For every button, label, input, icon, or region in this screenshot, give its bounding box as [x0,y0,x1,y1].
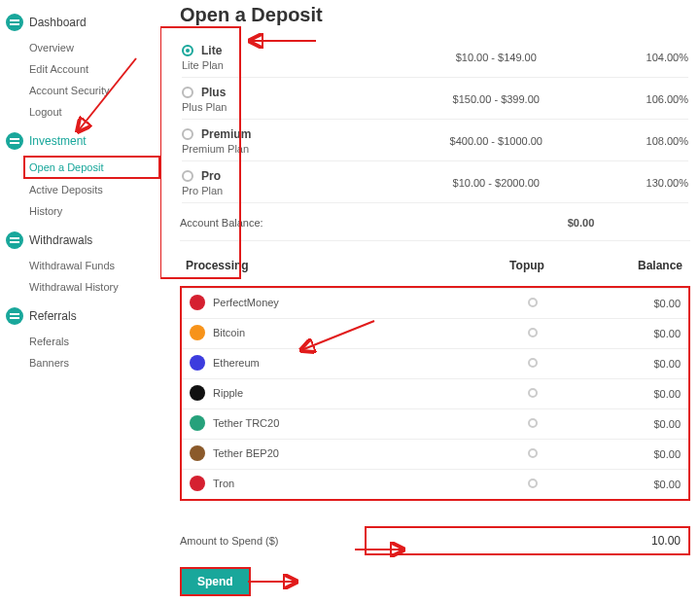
processing-header-name: Processing [186,259,469,272]
topup-radio[interactable] [528,448,538,458]
processing-row[interactable]: Tron$0.00 [182,470,688,500]
nav-item-banners[interactable]: Banners [29,352,160,373]
plan-desc: Premium Plan [182,143,392,155]
coin-balance: $0.00 [591,319,688,349]
amount-input[interactable] [365,526,690,555]
plan-radio[interactable] [182,87,193,98]
plan-rate: 130.00% [601,177,688,189]
nav-section-label: Investment [29,134,87,148]
plan-desc: Pro Plan [182,185,392,196]
topup-radio[interactable] [528,298,538,307]
coin-balance: $0.00 [591,349,688,379]
nav-section-withdrawals[interactable]: Withdrawals [4,226,160,255]
coin-balance: $0.00 [591,379,688,409]
menu-icon [6,132,23,150]
topup-radio[interactable] [528,418,538,428]
nav-item-active-deposits[interactable]: Active Deposits [29,179,160,200]
coin-balance: $0.00 [591,470,688,500]
topup-radio[interactable] [528,479,538,488]
page-title: Open a Deposit [180,4,690,26]
nav-item-history[interactable]: History [29,200,160,222]
plan-row-pro[interactable]: ProPro Plan$10.00 - $2000.00130.00% [182,161,688,203]
coin-balance: $0.00 [591,440,688,470]
coin-icon [190,415,205,431]
plan-row-lite[interactable]: LiteLite Plan$10.00 - $149.00104.00% [182,36,688,78]
plan-rate: 108.00% [601,135,688,147]
plan-name: Lite [201,44,222,57]
coin-name: PerfectMoney [213,297,279,308]
plan-desc: Lite Plan [182,59,392,71]
nav-item-overview[interactable]: Overview [29,37,160,58]
nav-section-investment[interactable]: Investment [4,126,160,156]
amount-label: Amount to Spend ($) [180,535,365,547]
coin-icon [190,445,205,461]
plan-name: Plus [201,86,226,99]
nav-section-label: Withdrawals [29,233,92,247]
processing-row[interactable]: Bitcoin$0.00 [182,319,688,349]
coin-name: Ripple [213,387,243,399]
topup-radio[interactable] [528,358,538,368]
nav-item-withdrawal-funds[interactable]: Withdrawal Funds [29,255,160,276]
processing-row[interactable]: Tether BEP20$0.00 [182,440,688,470]
plan-range: $150.00 - $399.00 [392,93,602,105]
plan-row-premium[interactable]: PremiumPremium Plan$400.00 - $1000.00108… [182,120,688,161]
plan-name: Pro [201,169,221,183]
plan-radio[interactable] [182,170,193,182]
plan-list: LiteLite Plan$10.00 - $149.00104.00%Plus… [180,34,690,205]
nav-section-label: Dashboard [29,16,87,29]
coin-balance: $0.00 [591,289,688,319]
plan-desc: Plus Plan [182,101,392,113]
processing-row[interactable]: Ripple$0.00 [182,379,688,409]
plan-radio[interactable] [182,45,193,56]
coin-icon [190,385,205,401]
coin-icon [190,295,205,310]
amount-row: Amount to Spend ($) [180,526,690,555]
account-balance-label: Account Balance: [180,217,472,229]
nav-item-referals[interactable]: Referals [29,331,160,352]
menu-icon [6,307,23,325]
menu-icon [6,14,23,31]
processing-table: PerfectMoney$0.00Bitcoin$0.00Ethereum$0.… [182,288,688,499]
nav-section-referrals[interactable]: Referrals [4,302,160,331]
nav-item-edit-account[interactable]: Edit Account [29,58,160,80]
coin-name: Bitcoin [213,327,245,338]
plan-radio[interactable] [182,128,193,140]
coin-name: Tether TRC20 [213,417,279,429]
plan-row-plus[interactable]: PlusPlus Plan$150.00 - $399.00106.00% [182,78,688,120]
plan-rate: 104.00% [601,52,688,63]
nav-item-open-a-deposit[interactable]: Open a Deposit [23,156,160,179]
coin-icon [190,355,205,371]
account-balance-row: Account Balance: $0.00 [180,205,690,241]
processing-row[interactable]: Ethereum$0.00 [182,349,688,379]
coin-name: Tron [213,478,234,489]
processing-header-row: Processing Topup Balance [180,251,690,278]
account-balance-value: $0.00 [472,217,690,229]
processing-row[interactable]: PerfectMoney$0.00 [182,289,688,319]
nav-section-dashboard[interactable]: Dashboard [4,8,160,37]
coin-name: Ethereum [213,357,260,369]
plan-rate: 106.00% [601,93,688,105]
plan-range: $400.00 - $1000.00 [392,135,602,147]
coin-name: Tether BEP20 [213,447,279,459]
topup-radio[interactable] [528,328,538,337]
nav-item-withdrawal-history[interactable]: Withdrawal History [29,276,160,298]
nav-item-account-security[interactable]: Account Security [29,80,160,101]
nav-item-logout[interactable]: Logout [29,101,160,123]
plan-range: $10.00 - $149.00 [392,52,602,63]
menu-icon [6,231,23,249]
coin-icon [190,476,205,491]
main-content: Open a Deposit LiteLite Plan$10.00 - $14… [160,0,700,603]
plan-range: $10.00 - $2000.00 [392,177,602,189]
processing-table-wrap: PerfectMoney$0.00Bitcoin$0.00Ethereum$0.… [180,286,690,501]
processing-header-topup: Topup [469,259,585,272]
coin-balance: $0.00 [591,409,688,440]
topup-radio[interactable] [528,388,538,398]
plan-name: Premium [201,127,251,141]
nav-section-label: Referrals [29,309,77,323]
sidebar: DashboardOverviewEdit AccountAccount Sec… [0,0,160,603]
coin-icon [190,325,205,340]
processing-header-balance: Balance [585,259,682,272]
spend-button[interactable]: Spend [180,567,251,596]
processing-row[interactable]: Tether TRC20$0.00 [182,409,688,440]
